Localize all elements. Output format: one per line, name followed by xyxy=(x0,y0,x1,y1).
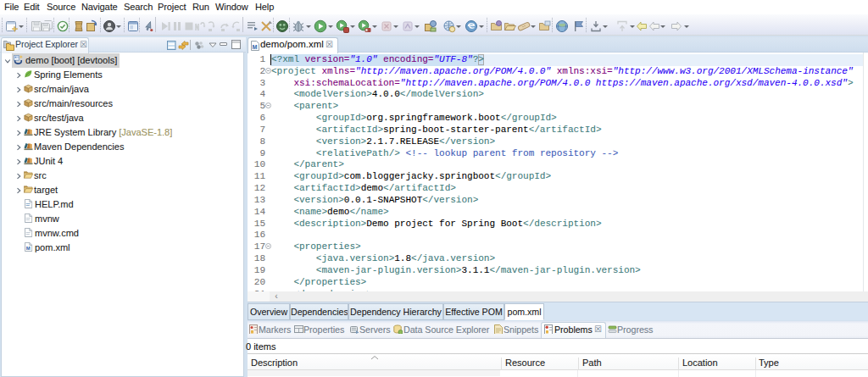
svg-text:M: M xyxy=(26,246,31,251)
svg-text:M: M xyxy=(253,44,258,50)
